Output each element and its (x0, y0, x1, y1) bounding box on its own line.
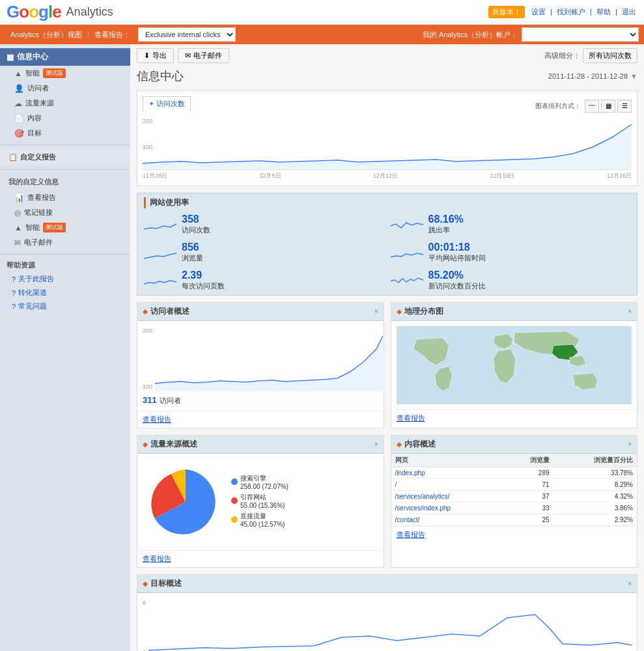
table-cell-views: 289 (505, 467, 553, 479)
chart-bar-btn[interactable]: ▦ (601, 100, 615, 113)
sidebar-info-center[interactable]: ▦ 信息中心 (0, 48, 130, 66)
settings-link[interactable]: 设置 (531, 8, 546, 16)
pie-legend: 搜索引擎 258.00 (72.07%) 引荐网站 55.00 (15.36%) (231, 474, 288, 531)
sidebar-custom-view-report[interactable]: 📊 查看报告 (0, 190, 130, 205)
sidebar-custom-note-link[interactable]: ◎ 笔记链接 (0, 205, 130, 220)
traffic-widget-control[interactable]: × (374, 441, 378, 448)
stat-pages-label: 每次访问页数 (182, 281, 225, 291)
stat-new-visits-value: 85.20% (428, 270, 486, 281)
export-button[interactable]: ⬇ 导出 (137, 48, 174, 63)
my-custom-info-title: 我的自定义信息 (0, 174, 130, 190)
table-cell-page[interactable]: /index.php (391, 467, 505, 479)
navbar-report[interactable]: 查看报告： (89, 25, 135, 44)
stat-visits: 358 访问次数 (144, 214, 384, 235)
visitor-view-report-link[interactable]: 查看报告 (143, 415, 171, 423)
stats-section: 网站使用率 358 访问次数 (137, 193, 637, 296)
chart-display-label: 图表排列方式： (535, 102, 581, 111)
stat-pageviews-value: 856 (182, 242, 203, 253)
traffic-view-report-link[interactable]: 查看报告 (143, 555, 171, 562)
date-range-arrow: ▼ (630, 72, 637, 80)
geo-view-report-link[interactable]: 查看报告 (397, 414, 425, 422)
stat-new-visits-label: 新访问次数百分比 (428, 281, 486, 291)
sparkline-pages (144, 272, 176, 288)
help-funnel-label: 转化渠道 (18, 288, 47, 298)
goal-widget-control[interactable]: × (628, 580, 632, 587)
chart-tab-visits[interactable]: ✦ 访问次数 (143, 96, 191, 111)
sidebar-item-goals[interactable]: 🎯 目标 (0, 126, 130, 141)
stat-duration-value: 00:01:18 (428, 242, 486, 253)
table-row: /contact/252.92% (391, 514, 637, 526)
visitor-widget-icon: ◆ (143, 308, 148, 315)
navbar-right: 我的 Analytics（分析）帐户： (423, 27, 639, 42)
table-cell-page[interactable]: /services/analytics/ (391, 491, 505, 503)
toolbar-right: 高级细分： 所有访问次数 (544, 48, 637, 63)
help-link[interactable]: 帮助 (596, 8, 611, 16)
pie-container: 搜索引擎 258.00 (72.07%) 引荐网站 55.00 (15.36%) (143, 459, 378, 545)
content-table: 网页 浏览量 浏览量百分比 /index.php28933.78%/718.29… (391, 454, 637, 526)
email-button[interactable]: ✉ 电子邮件 (178, 48, 229, 63)
header-links: 设置 | 找到账户 | 帮助 | 退出 (530, 7, 637, 17)
help-about-report[interactable]: ? 关于此报告 (0, 272, 130, 286)
help-funnel[interactable]: ? 转化渠道 (0, 286, 130, 299)
chart-line-btn[interactable]: 〰 (585, 100, 599, 113)
table-cell-page[interactable]: /contact/ (391, 514, 505, 526)
visitor-widget-control[interactable]: × (374, 308, 378, 315)
goal-chart-y-6: 6 (143, 600, 146, 606)
navbar-report-dropdown[interactable]: Exclusive internal clicks (138, 27, 236, 42)
chart-y-200: 200 (143, 118, 152, 124)
content-area: ⬇ 导出 ✉ 电子邮件 高级细分： 所有访问次数 信息中心 2011-11-28… (130, 44, 644, 651)
content-widget: ◆ 内容概述 × 网页 浏览量 浏览量百分比 (391, 435, 638, 568)
header-right: 新版本！ 设置 | 找到账户 | 帮助 | 退出 (488, 6, 637, 18)
account-link[interactable]: 找到账户 (557, 8, 585, 16)
stat-duration-label: 平均网站停留时间 (428, 253, 486, 263)
info-center-label: 信息中心 (17, 51, 48, 62)
traffic-widget-title: ◆ 流量来源概述 (143, 439, 197, 450)
navbar-analytics[interactable]: Analytics（分析）视图 (5, 25, 87, 44)
sidebar-item-intelligence[interactable]: ▲ 智能 测试版 (0, 66, 130, 81)
geo-widget-footer: 查看报告 (391, 409, 637, 426)
email-label: 电子邮件 (193, 51, 222, 61)
all-visits-button[interactable]: 所有访问次数 (583, 48, 637, 63)
chart-label-4: 12月19日 (490, 172, 514, 180)
traffic-widget-icon: ◆ (143, 441, 148, 448)
stat-pages-value: 2.39 (182, 270, 225, 281)
new-version-badge[interactable]: 新版本！ (488, 6, 525, 18)
sidebar-item-content-label: 内容 (27, 113, 42, 123)
traffic-icon: ☁ (14, 99, 22, 108)
goals-icon: 🎯 (14, 129, 24, 138)
logo: Google Analytics (7, 2, 113, 22)
traffic-widget-header: ◆ 流量来源概述 × (137, 436, 384, 454)
logout-link[interactable]: 退出 (622, 8, 636, 16)
navbar: Analytics（分析）视图 | 查看报告： Exclusive intern… (0, 25, 644, 44)
goal-widget: ◆ 目标概述 × 6 3 18 目标转化次数 (137, 574, 637, 651)
sidebar-custom-email[interactable]: ✉ 电子邮件 (0, 235, 130, 250)
main-chart-svg (143, 118, 632, 170)
sidebar-item-visitors[interactable]: 👤 访问者 (0, 81, 130, 96)
help-faq[interactable]: ? 常见问题 (0, 299, 130, 313)
widgets-row-2: ◆ 流量来源概述 × (137, 435, 637, 568)
date-range-picker[interactable]: 2011-11-28 - 2011-12-28 ▼ (548, 72, 637, 80)
content-widget-icon: ◆ (397, 441, 402, 448)
legend-search-value: 258.00 (72.07%) (240, 483, 288, 490)
main-chart: 200 100 (143, 118, 632, 170)
sidebar-item-traffic-label: 流量来源 (25, 98, 54, 108)
sidebar-item-goals-label: 目标 (27, 128, 42, 138)
sidebar-custom-reports[interactable]: 📋 自定义报告 (0, 149, 130, 165)
content-widget-control[interactable]: × (628, 441, 632, 448)
chart-label-5: 12月26日 (607, 172, 632, 180)
chart-table-btn[interactable]: ☰ (617, 100, 632, 113)
table-cell-page[interactable]: / (391, 479, 505, 491)
col-views: 浏览量 (505, 454, 553, 467)
table-cell-page[interactable]: /services/index.php (391, 503, 505, 514)
content-view-report-link[interactable]: 查看报告 (397, 531, 425, 538)
sidebar-item-content[interactable]: 📄 内容 (0, 111, 130, 126)
content-icon: 📄 (14, 114, 24, 123)
geo-widget-control[interactable]: × (628, 308, 632, 315)
sidebar-custom-email-label: 电子邮件 (24, 238, 53, 247)
visitor-widget-title-text: 访问者概述 (150, 306, 189, 317)
sidebar-custom-note-label: 笔记链接 (24, 208, 53, 217)
sidebar-item-traffic[interactable]: ☁ 流量来源 (0, 96, 130, 111)
sparkline-pageviews (144, 244, 176, 260)
navbar-account-select[interactable] (522, 27, 639, 42)
sidebar-custom-intelligence[interactable]: ▲ 智能 测试版 (0, 220, 130, 235)
